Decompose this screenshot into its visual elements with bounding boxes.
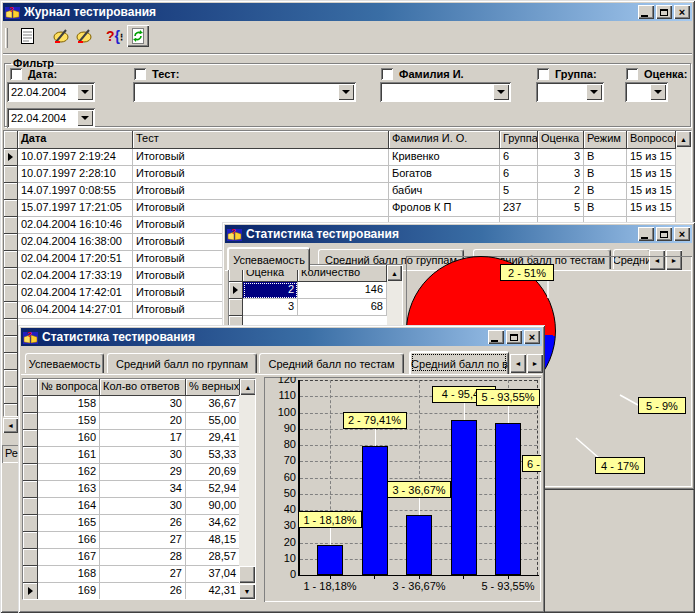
cell[interactable]: 28,57	[186, 549, 240, 566]
cell[interactable]: 02.04.2004 17:33:19	[18, 268, 133, 285]
cell[interactable]: 30	[100, 498, 186, 515]
scroll-left-icon[interactable]: ◄	[3, 418, 18, 433]
cell[interactable]: 48,15	[186, 532, 240, 549]
cell[interactable]: 160	[38, 430, 100, 447]
cell[interactable]: В	[584, 200, 627, 217]
cell[interactable]: 14.07.1997 0:08:55	[18, 183, 133, 200]
cell[interactable]: В	[584, 149, 627, 166]
filter-group-checkbox[interactable]	[537, 68, 549, 80]
cell[interactable]: 165	[38, 515, 100, 532]
column-header-6[interactable]: Режим	[584, 131, 627, 149]
maximize-icon[interactable]	[506, 330, 522, 344]
refresh-button[interactable]	[127, 25, 149, 47]
cell[interactable]: Фролов К П	[389, 200, 500, 217]
cell[interactable]: 146	[298, 282, 387, 299]
row-selector[interactable]	[23, 464, 38, 481]
cell[interactable]: 3	[538, 166, 584, 183]
tab-1[interactable]: Успеваемость	[25, 353, 104, 373]
row-selector[interactable]	[23, 498, 38, 515]
minimize-icon[interactable]	[488, 330, 504, 344]
cell[interactable]: Итоговый	[133, 200, 389, 217]
cell[interactable]: 36,67	[186, 396, 240, 413]
chevron-down-icon[interactable]	[493, 84, 509, 100]
column-header-1[interactable]: № вопроса	[38, 379, 100, 396]
vertical-scrollbar[interactable]	[387, 281, 402, 327]
cell[interactable]: 34	[100, 481, 186, 498]
chevron-down-icon[interactable]	[338, 84, 354, 100]
row-selector[interactable]	[4, 319, 18, 336]
chevron-down-icon[interactable]	[77, 110, 93, 126]
cell[interactable]: 158	[38, 396, 100, 413]
cell[interactable]: 37,04	[186, 566, 240, 583]
cell[interactable]: Богатов	[389, 166, 500, 183]
cell[interactable]: 5	[500, 183, 538, 200]
cell[interactable]: 164	[38, 498, 100, 515]
column-header-3[interactable]: % верных	[186, 379, 240, 396]
row-selector[interactable]	[23, 515, 38, 532]
cell[interactable]: бабич	[389, 183, 500, 200]
grade-combobox[interactable]	[625, 82, 668, 102]
close-icon[interactable]: ×	[674, 5, 690, 19]
row-selector[interactable]	[23, 413, 38, 430]
cell[interactable]: 2	[243, 282, 298, 299]
row-selector[interactable]	[4, 370, 18, 387]
cell[interactable]: 168	[38, 566, 100, 583]
cell[interactable]: 6	[500, 149, 538, 166]
tab-scroll-left-icon[interactable]: ◄	[510, 354, 526, 373]
cell[interactable]: 30	[100, 447, 186, 464]
cell[interactable]: 26	[100, 515, 186, 532]
cell[interactable]: 6	[500, 166, 538, 183]
cell[interactable]: 15 из 15	[627, 166, 676, 183]
cell[interactable]: 90,00	[186, 498, 240, 515]
report-button[interactable]	[15, 25, 39, 47]
cell[interactable]: 53,33	[186, 447, 240, 464]
cell[interactable]: 10.07.1997 2:28:10	[18, 166, 133, 183]
date-from-combobox[interactable]: 22.04.2004	[7, 82, 95, 102]
cell[interactable]: 237	[500, 200, 538, 217]
column-header-7[interactable]: Вопросов	[627, 131, 676, 149]
cell[interactable]: 02.04.2004 17:20:51	[18, 251, 133, 268]
close-icon[interactable]: ×	[524, 330, 540, 344]
scroll-up-icon[interactable]: ▲	[240, 379, 256, 395]
maximize-icon[interactable]	[656, 227, 672, 241]
row-selector[interactable]	[23, 583, 38, 600]
row-selector[interactable]	[4, 234, 18, 251]
cell[interactable]: 167	[38, 549, 100, 566]
question-stats-button[interactable]: ?{⁝	[102, 25, 126, 47]
column-header-2[interactable]: Кол-во ответов	[100, 379, 186, 396]
row-selector[interactable]	[4, 404, 18, 417]
surname-combobox[interactable]	[380, 82, 511, 102]
cell[interactable]: В	[584, 166, 627, 183]
stats-back-titlebar[interactable]: ? Статистика тестирования ×	[225, 225, 692, 243]
cell[interactable]: 163	[38, 481, 100, 498]
cell[interactable]: 42,31	[186, 583, 240, 600]
chevron-down-icon[interactable]	[586, 84, 602, 100]
cell[interactable]: 29	[100, 464, 186, 481]
row-selector[interactable]	[23, 566, 38, 583]
cell[interactable]: 15 из 15	[627, 149, 676, 166]
cell[interactable]: Итоговый	[133, 183, 389, 200]
row-selector[interactable]	[23, 447, 38, 464]
cell[interactable]: 28	[100, 549, 186, 566]
scroll-up-icon[interactable]: ▲	[676, 131, 691, 147]
cell[interactable]: 20,69	[186, 464, 240, 481]
group-combobox[interactable]	[536, 82, 604, 102]
cell[interactable]: 3	[538, 149, 584, 166]
minimize-icon[interactable]	[638, 227, 654, 241]
filter-test-checkbox[interactable]	[134, 68, 146, 80]
row-selector[interactable]	[23, 396, 38, 413]
cell[interactable]: 02.04.2004 16:10:46	[18, 217, 133, 234]
tab-1[interactable]: Успеваемость	[227, 247, 310, 270]
row-selector[interactable]	[4, 268, 18, 285]
cell[interactable]: 5	[538, 200, 584, 217]
cell[interactable]: 166	[38, 532, 100, 549]
date-to-combobox[interactable]: 22.04.2004	[7, 108, 95, 128]
minimize-icon[interactable]	[638, 5, 654, 19]
chevron-down-icon[interactable]	[650, 84, 666, 100]
row-selector[interactable]	[23, 481, 38, 498]
cell[interactable]: 68	[298, 299, 387, 316]
edit-answers-button[interactable]	[72, 25, 96, 47]
test-combobox[interactable]	[133, 82, 356, 102]
cell[interactable]: 10.07.1997 2:19:24	[18, 149, 133, 166]
cell[interactable]: 15.07.1997 17:21:05	[18, 200, 133, 217]
